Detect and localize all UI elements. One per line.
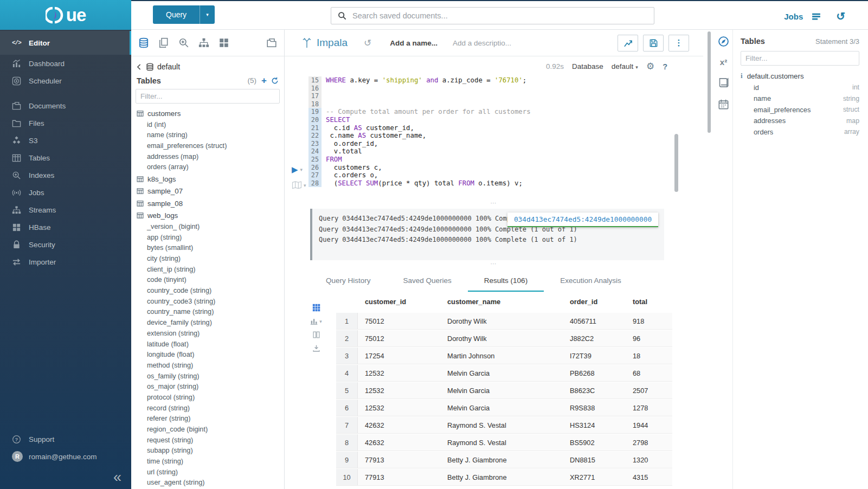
column-item[interactable]: region_code (bigint) xyxy=(131,424,284,435)
documents-copy-icon[interactable] xyxy=(158,37,169,48)
column-item[interactable]: os_major (string) xyxy=(131,382,284,393)
column-item[interactable]: request (string) xyxy=(131,435,284,446)
query-name-field[interactable]: Add a name... xyxy=(390,39,438,47)
open-folder-icon[interactable] xyxy=(266,37,277,48)
chart-button[interactable] xyxy=(618,35,638,52)
column-item[interactable]: subapp (string) xyxy=(131,446,284,456)
table-row[interactable]: 175012Dorothy Wilk4056711918 xyxy=(336,313,672,330)
column-item[interactable]: user_agent (string) xyxy=(131,478,284,488)
column-item[interactable]: protocol (string) xyxy=(131,393,284,403)
table-row[interactable]: 977913Betty J. GiambroneDN88151320 xyxy=(336,452,672,468)
sidebar-item-indexes[interactable]: Indexes xyxy=(0,166,131,184)
add-table-icon[interactable]: + xyxy=(261,76,267,85)
assist-column-email-preferences[interactable]: email_preferencesstruct xyxy=(741,104,859,115)
sitemap-icon[interactable] xyxy=(198,37,209,48)
column-header-order-id[interactable]: order_id xyxy=(563,298,626,306)
column-item[interactable]: country_code3 (string) xyxy=(131,297,284,307)
column-item[interactable]: email_preferences (struct) xyxy=(131,141,284,152)
column-item[interactable]: id (int) xyxy=(131,120,284,131)
assist-compass-icon[interactable] xyxy=(718,36,729,47)
sidebar-item-s3[interactable]: S3 xyxy=(0,132,131,149)
editor-scrollbar[interactable] xyxy=(674,134,678,192)
assist-active-table[interactable]: i default.customers xyxy=(741,72,859,80)
column-item[interactable]: country_code (string) xyxy=(131,286,284,297)
table-item-sample-07[interactable]: sample_07 xyxy=(131,185,284,197)
sidebar-item-romain-gethue-com[interactable]: Rromain@gethue.com xyxy=(0,448,131,465)
database-selector[interactable]: default▾ xyxy=(612,62,638,70)
column-item[interactable]: app (string) xyxy=(131,233,284,243)
table-row[interactable]: 612532Melvin GarciaR9S8381278 xyxy=(336,400,672,416)
refresh-icon[interactable] xyxy=(271,77,279,85)
column-item[interactable]: client_ip (string) xyxy=(131,265,284,275)
sidebar-item-importer[interactable]: Importer xyxy=(0,253,131,271)
table-row[interactable]: 317254Martin JohnsonI72T3918 xyxy=(336,348,672,364)
new-query-button[interactable]: Query xyxy=(153,5,200,24)
column-item[interactable]: time (string) xyxy=(131,456,284,467)
column-item[interactable]: os_family (string) xyxy=(131,371,284,382)
table-item-k8s-logs[interactable]: k8s_logs xyxy=(131,173,284,185)
columns-view-icon[interactable] xyxy=(312,331,320,339)
table-row[interactable]: 512532Melvin GarciaB8623C2507 xyxy=(336,382,672,399)
column-item[interactable]: bytes (smallint) xyxy=(131,243,284,254)
jobs-list-icon[interactable] xyxy=(811,11,821,22)
table-item-customers[interactable]: customers xyxy=(131,107,284,120)
sidebar-item-files[interactable]: Files xyxy=(0,114,131,132)
sidebar-item-security[interactable]: Security xyxy=(0,236,131,253)
apps-grid-icon[interactable] xyxy=(218,37,229,48)
column-header-total[interactable]: total xyxy=(626,298,672,306)
sidebar-item-hbase[interactable]: HBase xyxy=(0,218,131,236)
zoom-in-icon[interactable] xyxy=(178,37,189,48)
back-chevron-icon[interactable] xyxy=(136,63,143,70)
tab-query-history[interactable]: Query History xyxy=(310,270,387,292)
table-filter-input[interactable] xyxy=(136,89,280,104)
sidebar-item-support[interactable]: ?Support xyxy=(0,430,131,448)
table-row[interactable]: 1077913Betty J. GiambroneXR27714315 xyxy=(336,469,672,486)
column-item[interactable]: longitude (float) xyxy=(131,350,284,361)
help-icon[interactable]: ? xyxy=(663,62,667,71)
column-item[interactable]: record (string) xyxy=(131,403,284,414)
functions-icon[interactable]: x² xyxy=(720,57,727,67)
sidebar-item-documents[interactable]: Documents xyxy=(0,97,131,114)
query-history-icon[interactable]: ↺ xyxy=(836,10,845,23)
column-item[interactable]: device_family (string) xyxy=(131,318,284,329)
table-row[interactable]: 412532Melvin GarciaPB626868 xyxy=(336,365,672,382)
schedule-calendar-icon[interactable] xyxy=(718,99,729,110)
more-actions-button[interactable]: ⋮ xyxy=(668,35,689,52)
save-button[interactable] xyxy=(643,35,664,52)
snippet-history-icon[interactable]: ↺ xyxy=(364,37,371,49)
sidebar-item-tables[interactable]: Tables xyxy=(0,149,131,166)
assist-column-id[interactable]: idint xyxy=(741,82,859,93)
column-item[interactable]: url (string) xyxy=(131,467,284,478)
sidebar-item-streams[interactable]: Streams xyxy=(0,201,131,218)
column-item[interactable]: extension (string) xyxy=(131,329,284,339)
column-item[interactable]: code (tinyint) xyxy=(131,275,284,286)
column-item[interactable]: _version_ (bigint) xyxy=(131,222,284,233)
assist-column-name[interactable]: namestring xyxy=(741,93,859,105)
global-search[interactable] xyxy=(331,7,654,24)
language-reference-icon[interactable] xyxy=(718,77,729,88)
table-item-web-logs[interactable]: web_logs xyxy=(131,209,284,222)
resize-handle-bottom[interactable]: ⋯ xyxy=(285,262,703,267)
table-row[interactable]: 275012Dorothy WilkJ882C296 xyxy=(336,330,672,347)
sidebar-collapse-button[interactable]: « xyxy=(113,470,121,485)
column-item[interactable]: name (string) xyxy=(131,130,284,141)
column-item[interactable]: orders (array) xyxy=(131,162,284,173)
table-row[interactable]: 842632Raymond S. VestalBS59022798 xyxy=(336,434,672,451)
tab-saved-queries[interactable]: Saved Queries xyxy=(387,270,468,292)
table-item-sample-08[interactable]: sample_08 xyxy=(131,197,284,210)
presentation-mode-button[interactable]: ▾ xyxy=(292,181,306,189)
grid-view-icon[interactable] xyxy=(312,304,320,312)
query-description-field[interactable]: Add a descriptio... xyxy=(453,39,511,47)
column-item[interactable]: method (string) xyxy=(131,361,284,371)
tab-results-106-[interactable]: Results (106) xyxy=(468,270,544,292)
assist-column-orders[interactable]: ordersarray xyxy=(741,126,859,138)
column-header-customer-name[interactable]: customer_name xyxy=(440,298,563,306)
download-icon[interactable] xyxy=(312,344,320,352)
engine-title[interactable]: Impala xyxy=(317,37,348,49)
jobs-link[interactable]: Jobs xyxy=(784,12,803,21)
sidebar-item-jobs[interactable]: Jobs xyxy=(0,184,131,201)
search-input[interactable] xyxy=(351,11,654,21)
column-header-customer-id[interactable]: customer_id xyxy=(358,298,440,306)
sidebar-item-dashboard[interactable]: Dashboard xyxy=(0,55,131,72)
sql-code-editor[interactable]: 15WHERE a.key = 'shipping' and a.zip_cod… xyxy=(285,76,703,212)
